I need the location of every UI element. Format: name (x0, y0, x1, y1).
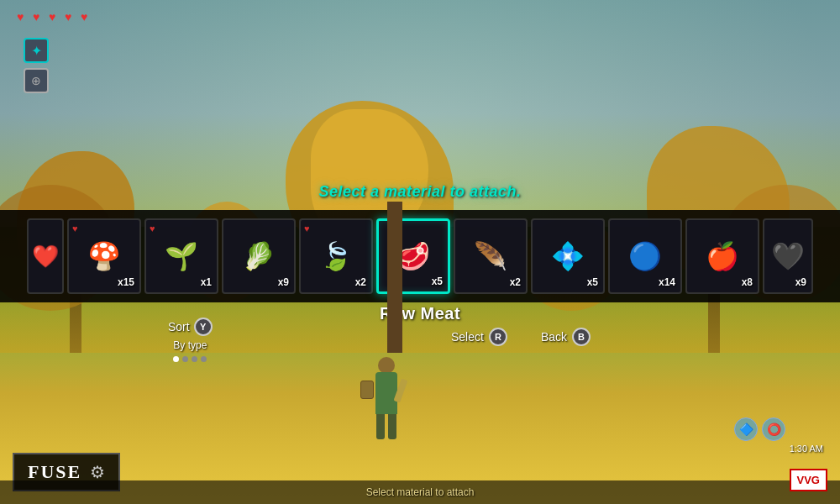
time-text: 1:30 AM (790, 444, 823, 454)
qty-onion: x9 (278, 276, 289, 288)
back-button-label: B (578, 332, 585, 342)
heart-2: ♥ (33, 10, 46, 22)
heart-5: ♥ (81, 10, 94, 22)
inventory-bar: ❤️ ♥ 🍄 x15 ♥ 🌱 x1 🥬 x9 ♥ 🍃 x2 🥩 x5 🪶 x2 … (0, 210, 840, 302)
prompt-text: Select a material to attach. (318, 183, 521, 200)
qty-dark: x9 (795, 276, 806, 288)
ability-icon-1: ✦ (24, 38, 49, 63)
inv-slot-leaf[interactable]: ♥ 🍃 x2 (299, 218, 373, 294)
time-display: 1:30 AM (790, 444, 823, 454)
logo-text: VVG (797, 474, 820, 486)
vvg-logo: VVG (790, 469, 827, 491)
heart-4: ♥ (65, 10, 78, 22)
mini-icon-1: 🔷 (734, 417, 758, 441)
edge-slot-left: ❤️ (27, 218, 64, 294)
item-name-display: Raw Meat (0, 304, 840, 323)
item-icon-bird: 🪶 (474, 243, 507, 270)
ability-icons: ✦ ⊕ (24, 38, 49, 93)
back-label: Back (541, 330, 567, 344)
sort-dots (173, 356, 207, 362)
select-button-badge[interactable]: R (489, 328, 507, 346)
item-icon-eye: 🍎 (706, 243, 739, 270)
heart-1: ♥ (17, 10, 30, 22)
sort-dot-4 (201, 356, 207, 362)
mini-icon-2: ⭕ (762, 417, 785, 441)
status-text: Select material to attach (366, 486, 475, 498)
qty-crystal: x5 (587, 276, 598, 288)
back-button-badge[interactable]: B (572, 328, 591, 346)
select-button-label: R (495, 332, 501, 342)
inv-slot-onion[interactable]: 🥬 x9 (222, 218, 296, 294)
bottom-controls: Select R Back B (0, 328, 840, 346)
item-icon-mushroom: 🍄 (87, 243, 121, 270)
item-icon-plant: 🌱 (165, 243, 198, 270)
item-icon-dark: 🖤 (771, 243, 805, 270)
qty-eye: x8 (742, 276, 753, 288)
fav-heart-2: ♥ (150, 223, 155, 234)
ability-icon-2: ⊕ (24, 68, 49, 93)
qty-mushroom: x15 (118, 276, 134, 288)
qty-bird: x2 (510, 276, 521, 288)
inv-slot-dark[interactable]: 🖤 x9 (763, 218, 813, 294)
mini-icons: 🔷 ⭕ (734, 417, 785, 441)
inv-slot-blue[interactable]: 🔵 x14 (608, 218, 682, 294)
qty-meat: x5 (432, 276, 443, 287)
qty-blue: x14 (659, 276, 675, 288)
fav-heart-4: ♥ (304, 223, 310, 234)
inv-slot-plant[interactable]: ♥ 🌱 x1 (144, 218, 218, 294)
inv-slot-crystal[interactable]: 💠 x5 (531, 218, 605, 294)
sort-dot-1 (173, 356, 179, 362)
select-prompt: Select a material to attach. (0, 183, 840, 201)
hearts-display: ♥ ♥ ♥ ♥ ♥ (17, 10, 94, 22)
back-control: Back B (541, 328, 591, 346)
fav-heart-1: ♥ (72, 223, 78, 234)
item-icon-blue: 🔵 (628, 243, 662, 270)
status-bar: Select material to attach (0, 480, 840, 504)
character-sprite (361, 357, 412, 458)
select-label: Select (451, 330, 484, 344)
item-icon-crystal: 💠 (551, 243, 585, 270)
qty-plant: x1 (201, 276, 212, 288)
inv-slot-eye[interactable]: 🍎 x8 (685, 218, 759, 294)
select-control: Select R (451, 328, 507, 346)
sort-dot-3 (192, 356, 197, 362)
qty-leaf: x2 (355, 276, 366, 288)
item-icon-leaf: 🍃 (319, 243, 353, 270)
inv-slot-mushroom[interactable]: ♥ 🍄 x15 (67, 218, 141, 294)
item-icon-onion: 🥬 (242, 243, 276, 270)
fuse-icon: ⚙ (90, 462, 105, 482)
sort-dot-2 (182, 356, 188, 362)
heart-3: ♥ (49, 10, 62, 22)
inv-slot-bird[interactable]: 🪶 x2 (454, 218, 528, 294)
